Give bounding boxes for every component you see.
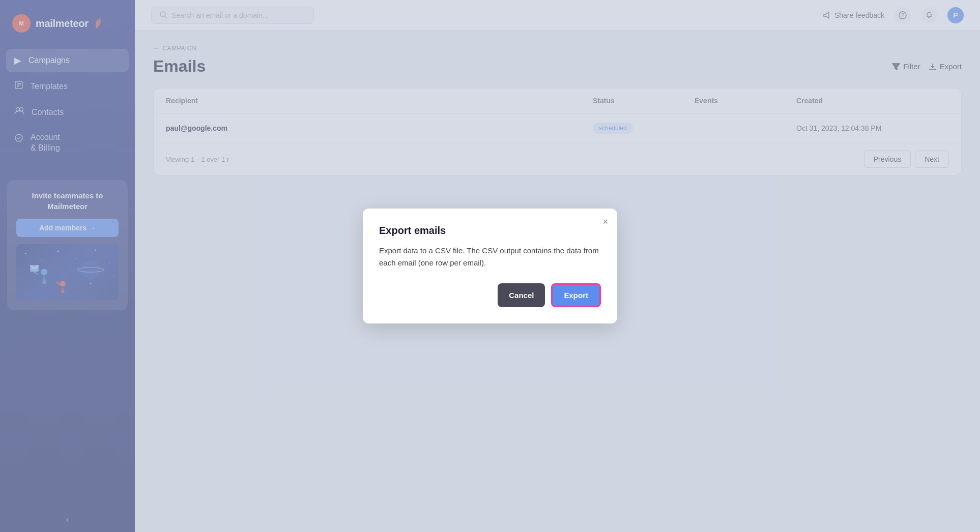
modal-close-button[interactable]: × — [602, 217, 608, 227]
modal-body: Export data to a CSV file. The CSV outpu… — [379, 245, 601, 269]
modal-export-button[interactable]: Export — [551, 283, 601, 307]
modal-overlay[interactable]: × Export emails Export data to a CSV fil… — [0, 0, 980, 532]
modal-title: Export emails — [379, 225, 601, 237]
cancel-button[interactable]: Cancel — [498, 283, 545, 307]
modal-actions: Cancel Export — [379, 283, 601, 307]
export-emails-modal: × Export emails Export data to a CSV fil… — [363, 209, 617, 323]
